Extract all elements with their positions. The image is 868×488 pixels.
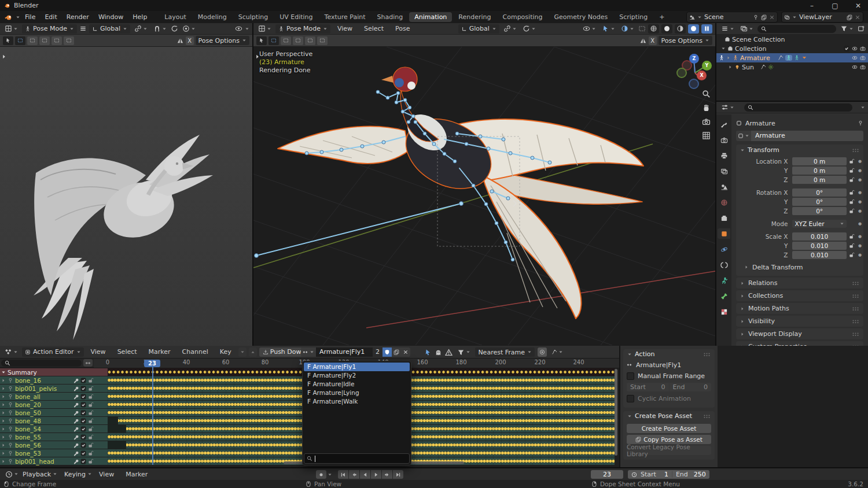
hide-eye-icon[interactable] — [852, 55, 858, 61]
panel-grip-icon[interactable] — [852, 148, 859, 153]
tab-layout[interactable]: Layout — [159, 12, 191, 22]
next-keyframe-button[interactable] — [382, 470, 392, 479]
tab-modeling[interactable]: Modeling — [193, 12, 232, 22]
checkbox-icon[interactable] — [844, 46, 849, 51]
mode-select[interactable]: Pose Mode — [275, 24, 330, 34]
tab-compositing[interactable]: Compositing — [498, 12, 548, 22]
show-hidden-filter-icon[interactable] — [435, 349, 442, 356]
zoom-icon[interactable] — [702, 90, 711, 98]
toolbar-expand-icon[interactable] — [255, 54, 260, 60]
modifier-wrench-icon[interactable] — [73, 402, 79, 408]
gizmo-neg-y-axis[interactable] — [676, 68, 687, 78]
scene-selector[interactable]: Scene — [686, 12, 778, 23]
copy-pose-as-asset-button[interactable]: Copy Pose as Asset — [627, 435, 711, 444]
filter-dropdown-button[interactable] — [455, 347, 472, 357]
lock-icon[interactable] — [847, 199, 857, 205]
proportional-edit-button[interactable] — [181, 24, 197, 34]
animate-dot[interactable]: ● — [856, 243, 863, 248]
tab-view-layer[interactable] — [718, 166, 730, 176]
dropdown-search-input[interactable] — [304, 453, 410, 464]
location-x-field[interactable]: 0 m — [792, 157, 846, 165]
outliner-row-scene-collection[interactable]: Scene Collection — [716, 35, 868, 44]
menu-keying[interactable]: Keying — [64, 471, 92, 478]
viewport-secondary-canvas[interactable] — [0, 47, 252, 346]
animate-dot[interactable]: ● — [856, 209, 863, 213]
mute-checkbox-icon[interactable] — [80, 386, 86, 391]
menu-view[interactable]: View — [86, 348, 111, 356]
lock-icon[interactable] — [847, 252, 857, 258]
lock-icon[interactable] — [847, 177, 857, 183]
scale-x-field[interactable]: 0.010 — [792, 232, 846, 241]
viewlayer-selector[interactable]: ViewLayer — [781, 12, 863, 23]
tab-sculpting[interactable]: Sculpting — [233, 12, 273, 22]
only-selected-filter-icon[interactable] — [424, 349, 432, 356]
camera-view-icon[interactable] — [702, 117, 711, 126]
modifier-wrench-icon[interactable] — [73, 442, 79, 448]
dope-sheet[interactable]: Action Editor View Select Marker Channel… — [0, 346, 868, 467]
panel-grip-icon[interactable] — [703, 414, 711, 419]
lock-icon[interactable] — [847, 168, 857, 173]
tab-tool[interactable] — [718, 119, 730, 130]
active-tool-button[interactable] — [256, 36, 267, 45]
action-users-button[interactable]: 2 — [373, 347, 382, 357]
fit-range-button[interactable] — [83, 359, 93, 367]
section-visibility[interactable]: Visibility — [736, 316, 863, 327]
modifier-wrench-icon[interactable] — [73, 459, 79, 464]
modifier-wrench-icon[interactable] — [73, 386, 79, 391]
mute-checkbox-icon[interactable] — [80, 378, 86, 383]
section-relations[interactable]: Relations — [736, 278, 863, 289]
viewport-main[interactable]: Pose Mode View Select Pose Global — [253, 23, 716, 346]
new-collection-icon[interactable] — [858, 25, 865, 32]
animate-dot[interactable]: ● — [856, 199, 863, 204]
editor-type-button[interactable] — [719, 103, 736, 112]
jump-to-end-button[interactable] — [393, 470, 403, 479]
animate-dot[interactable]: ● — [856, 190, 863, 195]
modifier-wrench-icon[interactable] — [73, 434, 79, 440]
sidebar-action-name[interactable]: Armature|Fly1 — [636, 361, 681, 369]
disclosure-down-icon[interactable] — [721, 46, 726, 51]
action-select-dropdown[interactable]: F Armature|Fly1 F Armature|Fly2 F Armatu… — [302, 361, 411, 465]
collapsed-menus-icon[interactable] — [79, 25, 87, 32]
delta-transform-row[interactable]: Delta Transform — [736, 263, 863, 272]
modifier-wrench-icon[interactable] — [73, 426, 79, 432]
disclosure-right-icon[interactable] — [1, 451, 6, 456]
panel-grip-icon[interactable] — [852, 306, 859, 311]
playhead-badge[interactable]: 23 — [144, 360, 160, 367]
tab-rendering[interactable]: Rendering — [453, 12, 496, 22]
mode-select[interactable]: Pose Mode — [22, 24, 77, 34]
orientation-select[interactable]: Global — [89, 24, 130, 34]
outliner-row-collection[interactable]: Collection — [716, 44, 868, 53]
tab-texture-paint[interactable]: Texture Paint — [319, 12, 371, 22]
dropdown-item-fly1[interactable]: F Armature|Fly1 — [304, 363, 410, 371]
menu-key[interactable]: Key — [215, 348, 236, 356]
menu-render[interactable]: Render — [62, 13, 94, 21]
select-mode-set[interactable] — [269, 36, 279, 45]
snap-toggle[interactable] — [152, 24, 168, 34]
breadcrumb-object[interactable]: Armature — [745, 120, 775, 127]
lock-icon[interactable] — [88, 426, 94, 432]
select-mode-subtract[interactable] — [293, 36, 303, 45]
proportional-edit-button[interactable] — [521, 24, 538, 34]
editor-type-button[interactable] — [3, 347, 20, 357]
menu-select[interactable]: Select — [113, 348, 142, 356]
end-frame-field[interactable]: End0 — [670, 383, 712, 391]
rotation-y-field[interactable]: 0° — [792, 198, 846, 206]
modifier-wrench-icon[interactable] — [73, 410, 79, 416]
viewport-main-canvas[interactable]: User Perspective (23) Armature Rendering… — [253, 47, 715, 346]
dropdown-item-idle[interactable]: F Armature|Idle — [304, 380, 410, 389]
lock-icon[interactable] — [88, 418, 94, 424]
disclosure-right-icon[interactable] — [1, 443, 6, 448]
transform-panel-header[interactable]: Transform — [736, 145, 863, 156]
mute-checkbox-icon[interactable] — [80, 410, 86, 416]
tab-animation[interactable]: Animation — [409, 12, 452, 22]
playhead-line[interactable] — [152, 367, 153, 465]
timeline-editor-button[interactable] — [3, 469, 20, 479]
move-down-button[interactable] — [238, 347, 247, 357]
select-mode-intersect[interactable] — [64, 36, 74, 45]
lock-icon[interactable] — [88, 434, 94, 440]
modifier-wrench-icon[interactable] — [73, 378, 79, 383]
channel-search-input[interactable] — [1, 360, 82, 367]
move-up-button[interactable] — [249, 347, 257, 357]
blender-menu-logo-icon[interactable] — [5, 13, 12, 21]
rotation-z-field[interactable]: 0° — [792, 207, 846, 215]
